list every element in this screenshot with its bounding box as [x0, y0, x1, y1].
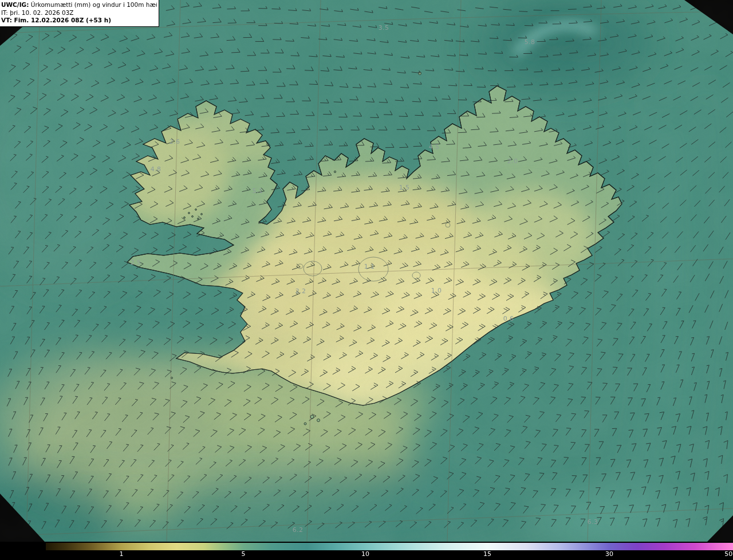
- valid-time-line: VT: Fim. 12.02.2026 08Z (+53 h): [1, 17, 157, 25]
- valid-time-value: Fim. 12.02.2026 08Z: [14, 17, 84, 23]
- init-time-line: IT: þri. 10. 02. 2026 03Z: [1, 9, 157, 17]
- colorbar-tick-label: 30: [605, 551, 613, 557]
- weather-map-viewport: 3.55.82.64.52.04.81.55.12.51.12.21.00.66…: [0, 0, 733, 560]
- precip-colorbar: [46, 543, 733, 550]
- colorbar-tick-label: 5: [242, 551, 246, 557]
- valid-time-label: VT:: [1, 17, 12, 23]
- source-label: UWC/IG:: [1, 1, 29, 8]
- init-time-label: IT:: [1, 9, 8, 16]
- colorbar-strip: 1510153050: [0, 542, 733, 560]
- precipitation-wind-map: [0, 0, 733, 560]
- map-info-box: UWC/IG: Úrkomumætti (mm) og vindur i 100…: [0, 0, 159, 27]
- map-title-line: UWC/IG: Úrkomumætti (mm) og vindur i 100…: [1, 1, 157, 9]
- init-time-value: þri. 10. 02. 2026 03Z: [10, 9, 73, 16]
- map-title: Úrkomumætti (mm) og vindur i 100m hæð: [31, 1, 157, 8]
- colorbar-tick-label: 1: [120, 551, 124, 557]
- lead-time: (+53 h): [86, 17, 111, 23]
- colorbar-tick-label: 10: [361, 551, 369, 557]
- colorbar-tick-label: 15: [483, 551, 491, 557]
- colorbar-tick-label: 50: [724, 551, 732, 557]
- mottle-texture: [0, 0, 733, 542]
